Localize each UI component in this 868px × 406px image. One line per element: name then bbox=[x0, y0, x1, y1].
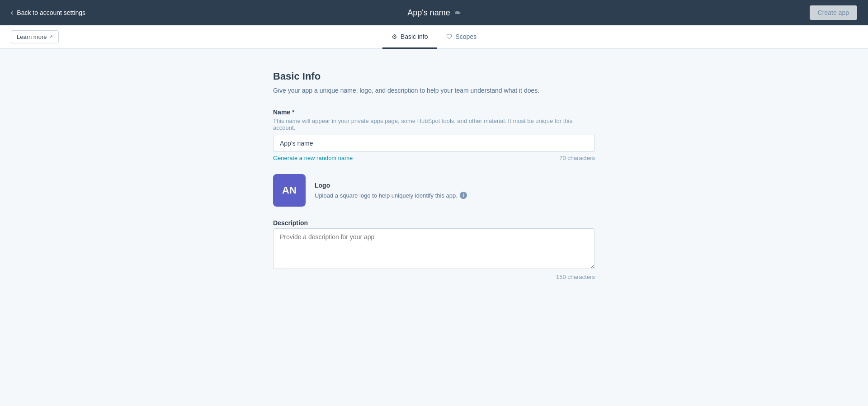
secondary-nav: Learn more ↗ ⚙ Basic info 🛡 Scopes bbox=[0, 25, 868, 49]
page-title: Basic Info bbox=[273, 71, 595, 82]
basic-info-tab-label: Basic info bbox=[401, 33, 428, 40]
create-app-button[interactable]: Create app bbox=[810, 5, 857, 20]
app-name-header: App's name ✏ bbox=[407, 8, 461, 18]
description-textarea[interactable] bbox=[273, 228, 595, 269]
tab-basic-info[interactable]: ⚙ Basic info bbox=[382, 26, 437, 49]
back-label: Back to account settings bbox=[17, 9, 85, 16]
back-to-account-link[interactable]: ‹ Back to account settings bbox=[11, 9, 85, 17]
page-subtitle: Give your app a unique name, logo, and d… bbox=[273, 87, 595, 94]
logo-label: Logo bbox=[315, 182, 467, 189]
scopes-tab-icon: 🛡 bbox=[446, 33, 453, 40]
app-name-text: App's name bbox=[407, 8, 450, 18]
generate-random-name-link[interactable]: Generate a new random name bbox=[273, 155, 353, 161]
name-field-label: Name * bbox=[273, 109, 595, 116]
logo-description: Upload a square logo to help uniquely id… bbox=[315, 192, 467, 199]
logo-section: AN Logo Upload a square logo to help uni… bbox=[273, 174, 595, 207]
description-char-count: 150 characters bbox=[556, 274, 595, 280]
name-input-meta: Generate a new random name 70 characters bbox=[273, 155, 595, 161]
learn-more-label: Learn more bbox=[17, 33, 47, 40]
description-textarea-meta: 150 characters bbox=[273, 274, 595, 280]
logo-desc-text: Upload a square logo to help uniquely id… bbox=[315, 192, 458, 199]
learn-more-button[interactable]: Learn more ↗ bbox=[11, 30, 59, 43]
main-content: Basic Info Give your app a unique name, … bbox=[262, 49, 606, 320]
name-field-group: Name * This name will appear in your pri… bbox=[273, 109, 595, 161]
top-nav: ‹ Back to account settings App's name ✏ … bbox=[0, 0, 868, 25]
back-chevron-icon: ‹ bbox=[11, 9, 13, 17]
tab-scopes[interactable]: 🛡 Scopes bbox=[437, 26, 486, 49]
external-link-icon: ↗ bbox=[49, 34, 53, 40]
description-field-group: Description 150 characters bbox=[273, 219, 595, 280]
name-field-hint: This name will appear in your private ap… bbox=[273, 118, 595, 131]
scopes-tab-label: Scopes bbox=[456, 33, 477, 40]
basic-info-tab-icon: ⚙ bbox=[392, 33, 397, 40]
logo-info: Logo Upload a square logo to help unique… bbox=[315, 182, 467, 199]
description-field-label: Description bbox=[273, 219, 595, 227]
edit-name-icon[interactable]: ✏ bbox=[455, 9, 461, 17]
name-char-count: 70 characters bbox=[559, 155, 595, 161]
logo-avatar[interactable]: AN bbox=[273, 174, 306, 207]
logo-info-icon[interactable]: i bbox=[460, 192, 467, 199]
tab-group: ⚙ Basic info 🛡 Scopes bbox=[382, 25, 486, 48]
name-input[interactable] bbox=[273, 135, 595, 152]
